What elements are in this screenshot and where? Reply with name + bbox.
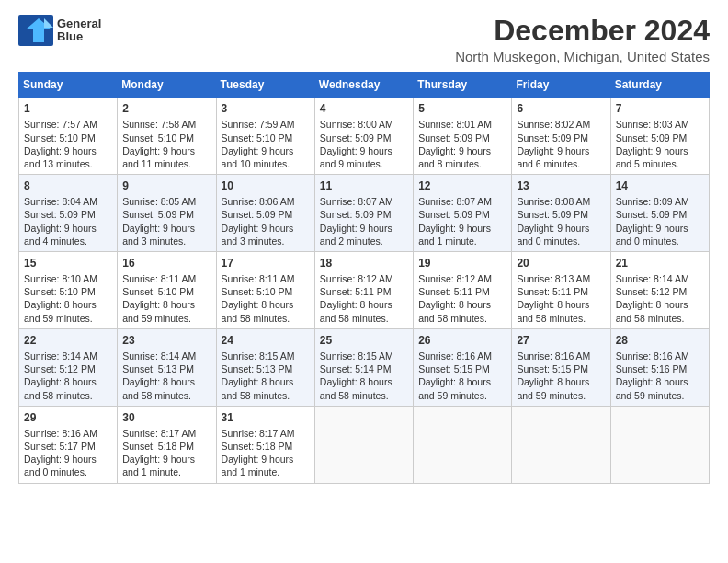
day-info-line: Sunset: 5:12 PM <box>616 285 704 298</box>
calendar-cell: 28Sunrise: 8:16 AMSunset: 5:16 PMDayligh… <box>610 328 709 406</box>
calendar-cell: 21Sunrise: 8:14 AMSunset: 5:12 PMDayligh… <box>610 251 709 328</box>
day-info-line: Sunrise: 8:11 AM <box>222 272 310 285</box>
day-number: 10 <box>222 178 310 193</box>
calendar-cell: 10Sunrise: 8:06 AMSunset: 5:09 PMDayligh… <box>216 175 314 252</box>
day-info-line: Daylight: 8 hours <box>222 375 310 388</box>
day-info-line: and 4 minutes. <box>24 235 112 247</box>
week-row-5: 29Sunrise: 8:16 AMSunset: 5:17 PMDayligh… <box>19 406 710 483</box>
day-info-line: and 58 minutes. <box>517 312 605 325</box>
day-info-line: Sunrise: 8:00 AM <box>320 118 408 131</box>
calendar-cell: 16Sunrise: 8:11 AMSunset: 5:10 PMDayligh… <box>118 251 216 328</box>
day-number: 12 <box>418 178 506 193</box>
day-info-line: Sunset: 5:16 PM <box>616 362 704 375</box>
day-info-line: and 9 minutes. <box>320 157 408 170</box>
day-info-line: Sunset: 5:11 PM <box>517 285 605 298</box>
day-number: 6 <box>517 101 605 116</box>
day-info-line: Sunrise: 8:14 AM <box>122 350 210 362</box>
day-info-line: Sunset: 5:15 PM <box>418 362 506 375</box>
day-info-line: Sunset: 5:09 PM <box>616 208 704 221</box>
day-number: 21 <box>616 256 704 270</box>
calendar-cell: 29Sunrise: 8:16 AMSunset: 5:17 PMDayligh… <box>19 406 118 483</box>
day-number: 24 <box>222 333 310 348</box>
day-info-line: and 1 minute. <box>122 465 210 478</box>
day-number: 2 <box>122 101 210 116</box>
day-info-line: Sunrise: 8:14 AM <box>24 350 112 362</box>
day-info-line: Sunrise: 8:16 AM <box>517 350 605 362</box>
day-info-line: and 10 minutes. <box>222 157 310 170</box>
day-info-line: Daylight: 8 hours <box>24 375 112 388</box>
day-info-line: Sunset: 5:09 PM <box>122 208 210 221</box>
day-number: 23 <box>122 333 210 348</box>
day-info-line: and 58 minutes. <box>122 389 210 402</box>
day-info-line: Daylight: 9 hours <box>616 144 704 157</box>
day-info-line: Sunrise: 8:02 AM <box>517 118 605 131</box>
day-info-line: Sunset: 5:15 PM <box>517 362 605 375</box>
day-info-line: Sunrise: 8:08 AM <box>517 195 605 208</box>
calendar-cell: 30Sunrise: 8:17 AMSunset: 5:18 PMDayligh… <box>118 406 216 483</box>
day-number: 29 <box>24 410 112 425</box>
day-info-line: Sunset: 5:09 PM <box>222 208 310 221</box>
day-info-line: Sunset: 5:09 PM <box>616 132 704 144</box>
weekday-header-row: SundayMondayTuesdayWednesdayThursdayFrid… <box>19 73 710 98</box>
day-info-line: Sunset: 5:09 PM <box>418 208 506 221</box>
calendar-cell <box>314 406 413 483</box>
day-info-line: Daylight: 8 hours <box>320 375 408 388</box>
day-info-line: and 59 minutes. <box>122 312 210 325</box>
day-info-line: Daylight: 8 hours <box>222 298 310 311</box>
day-info-line: Daylight: 9 hours <box>222 222 310 235</box>
day-info-line: and 58 minutes. <box>320 312 408 325</box>
day-info-line: Sunset: 5:18 PM <box>222 440 310 453</box>
calendar-cell: 4Sunrise: 8:00 AMSunset: 5:09 PMDaylight… <box>314 98 413 175</box>
day-info-line: Daylight: 9 hours <box>320 144 408 157</box>
day-info-line: Sunrise: 8:04 AM <box>24 195 112 208</box>
day-number: 25 <box>320 333 408 348</box>
day-info-line: and 11 minutes. <box>122 157 210 170</box>
day-info-line: Daylight: 8 hours <box>517 298 605 311</box>
calendar-cell: 19Sunrise: 8:12 AMSunset: 5:11 PMDayligh… <box>414 251 512 328</box>
calendar-cell: 24Sunrise: 8:15 AMSunset: 5:13 PMDayligh… <box>216 328 314 406</box>
day-info-line: and 1 minute. <box>222 465 310 478</box>
day-info-line: Daylight: 9 hours <box>122 144 210 157</box>
day-info-line: and 0 minutes. <box>24 465 112 478</box>
day-number: 9 <box>122 178 210 193</box>
day-info-line: Sunset: 5:10 PM <box>122 285 210 298</box>
calendar-cell: 8Sunrise: 8:04 AMSunset: 5:09 PMDaylight… <box>19 175 118 252</box>
day-info-line: Sunrise: 8:09 AM <box>616 195 704 208</box>
day-info-line: and 3 minutes. <box>222 235 310 247</box>
day-info-line: Sunset: 5:10 PM <box>222 285 310 298</box>
day-number: 27 <box>517 333 605 348</box>
day-info-line: Sunset: 5:18 PM <box>122 440 210 453</box>
day-number: 1 <box>24 101 112 116</box>
day-info-line: Daylight: 8 hours <box>24 298 112 311</box>
day-info-line: Daylight: 9 hours <box>122 453 210 465</box>
calendar-cell: 27Sunrise: 8:16 AMSunset: 5:15 PMDayligh… <box>512 328 610 406</box>
day-info-line: Daylight: 9 hours <box>418 144 506 157</box>
day-info-line: Sunrise: 8:01 AM <box>418 118 506 131</box>
day-info-line: and 59 minutes. <box>418 389 506 402</box>
month-title: December 2024 <box>455 15 710 47</box>
day-info-line: Daylight: 8 hours <box>616 298 704 311</box>
day-info-line: and 58 minutes. <box>616 312 704 325</box>
calendar-cell <box>512 406 610 483</box>
day-info-line: Daylight: 9 hours <box>517 144 605 157</box>
day-info-line: Sunrise: 8:15 AM <box>320 350 408 362</box>
day-info-line: Daylight: 8 hours <box>418 375 506 388</box>
day-info-line: Sunset: 5:13 PM <box>122 362 210 375</box>
logo-icon <box>18 15 53 46</box>
day-info-line: Daylight: 9 hours <box>418 222 506 235</box>
day-info-line: Sunset: 5:09 PM <box>418 132 506 144</box>
calendar-cell: 26Sunrise: 8:16 AMSunset: 5:15 PMDayligh… <box>414 328 512 406</box>
day-info-line: Sunrise: 7:59 AM <box>222 118 310 131</box>
day-number: 13 <box>517 178 605 193</box>
title-block: December 2024 North Muskegon, Michigan, … <box>455 15 710 64</box>
day-info-line: and 58 minutes. <box>222 312 310 325</box>
day-info-line: and 58 minutes. <box>222 389 310 402</box>
day-info-line: Sunset: 5:10 PM <box>122 132 210 144</box>
weekday-monday: Monday <box>118 73 216 98</box>
day-info-line: and 8 minutes. <box>418 157 506 170</box>
day-info-line: Sunrise: 8:05 AM <box>122 195 210 208</box>
logo: General Blue <box>18 15 101 46</box>
day-info-line: and 0 minutes. <box>517 235 605 247</box>
day-info-line: Sunrise: 8:11 AM <box>122 272 210 285</box>
day-number: 14 <box>616 178 704 193</box>
